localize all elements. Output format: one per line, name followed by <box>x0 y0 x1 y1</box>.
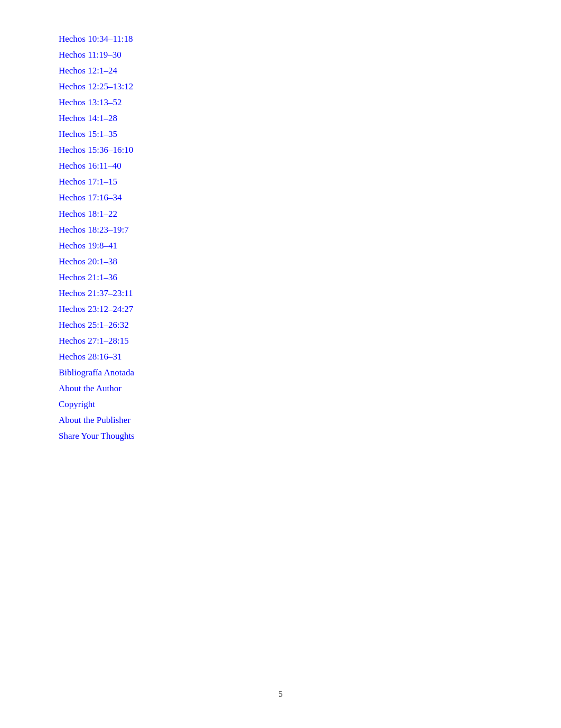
toc-link[interactable]: Hechos 17:1–15 <box>59 177 117 187</box>
toc-link[interactable]: Hechos 11:19–30 <box>59 50 121 60</box>
toc-link[interactable]: Hechos 23:12–24:27 <box>59 304 133 314</box>
list-item: Hechos 13:13–52 <box>59 95 502 110</box>
toc-list: Hechos 10:34–11:18Hechos 11:19–30Hechos … <box>59 32 502 444</box>
page-container: Hechos 10:34–11:18Hechos 11:19–30Hechos … <box>0 0 561 728</box>
list-item: Share Your Thoughts <box>59 429 502 444</box>
toc-link[interactable]: Hechos 12:1–24 <box>59 66 117 76</box>
toc-link[interactable]: Hechos 19:8–41 <box>59 241 117 251</box>
toc-link[interactable]: Hechos 18:23–19:7 <box>59 225 129 235</box>
toc-link[interactable]: Hechos 18:1–22 <box>59 209 117 219</box>
toc-link[interactable]: Copyright <box>59 399 95 409</box>
toc-link[interactable]: Share Your Thoughts <box>59 431 135 441</box>
toc-link[interactable]: Hechos 28:16–31 <box>59 352 121 362</box>
toc-link[interactable]: Hechos 17:16–34 <box>59 192 121 202</box>
list-item: Hechos 15:36–16:10 <box>59 143 502 158</box>
toc-link[interactable]: Hechos 15:36–16:10 <box>59 145 133 155</box>
list-item: Hechos 17:1–15 <box>59 174 502 189</box>
toc-link[interactable]: Hechos 12:25–13:12 <box>59 81 133 91</box>
toc-link[interactable]: Hechos 21:37–23:11 <box>59 288 133 298</box>
list-item: Hechos 12:1–24 <box>59 63 502 78</box>
toc-link[interactable]: Hechos 27:1–28:15 <box>59 336 129 346</box>
list-item: Hechos 10:34–11:18 <box>59 32 502 47</box>
toc-link[interactable]: Hechos 15:1–35 <box>59 129 117 139</box>
list-item: Hechos 20:1–38 <box>59 254 502 269</box>
list-item: Bibliografía Anotada <box>59 365 502 380</box>
list-item: Hechos 21:1–36 <box>59 270 502 285</box>
toc-link[interactable]: Hechos 20:1–38 <box>59 256 117 266</box>
list-item: About the Publisher <box>59 413 502 428</box>
toc-link[interactable]: About the Author <box>59 383 121 393</box>
toc-link[interactable]: About the Publisher <box>59 415 130 425</box>
list-item: Hechos 19:8–41 <box>59 238 502 253</box>
list-item: Hechos 18:23–19:7 <box>59 223 502 237</box>
list-item: Hechos 23:12–24:27 <box>59 302 502 317</box>
list-item: Hechos 18:1–22 <box>59 207 502 222</box>
list-item: Hechos 21:37–23:11 <box>59 286 502 301</box>
list-item: Hechos 11:19–30 <box>59 48 502 62</box>
list-item: Hechos 17:16–34 <box>59 190 502 205</box>
list-item: Hechos 14:1–28 <box>59 111 502 126</box>
list-item: About the Author <box>59 381 502 396</box>
list-item: Hechos 28:16–31 <box>59 349 502 364</box>
toc-link[interactable]: Hechos 13:13–52 <box>59 97 121 107</box>
list-item: Hechos 16:11–40 <box>59 159 502 173</box>
list-item: Hechos 25:1–26:32 <box>59 318 502 333</box>
list-item: Hechos 12:25–13:12 <box>59 79 502 94</box>
toc-link[interactable]: Hechos 10:34–11:18 <box>59 34 133 44</box>
toc-link[interactable]: Hechos 21:1–36 <box>59 272 117 282</box>
toc-link[interactable]: Hechos 25:1–26:32 <box>59 320 129 330</box>
list-item: Hechos 27:1–28:15 <box>59 334 502 348</box>
page-number: 5 <box>278 689 283 699</box>
toc-link[interactable]: Hechos 14:1–28 <box>59 113 117 123</box>
toc-link[interactable]: Bibliografía Anotada <box>59 367 134 377</box>
list-item: Copyright <box>59 397 502 412</box>
toc-link[interactable]: Hechos 16:11–40 <box>59 161 121 171</box>
list-item: Hechos 15:1–35 <box>59 127 502 142</box>
